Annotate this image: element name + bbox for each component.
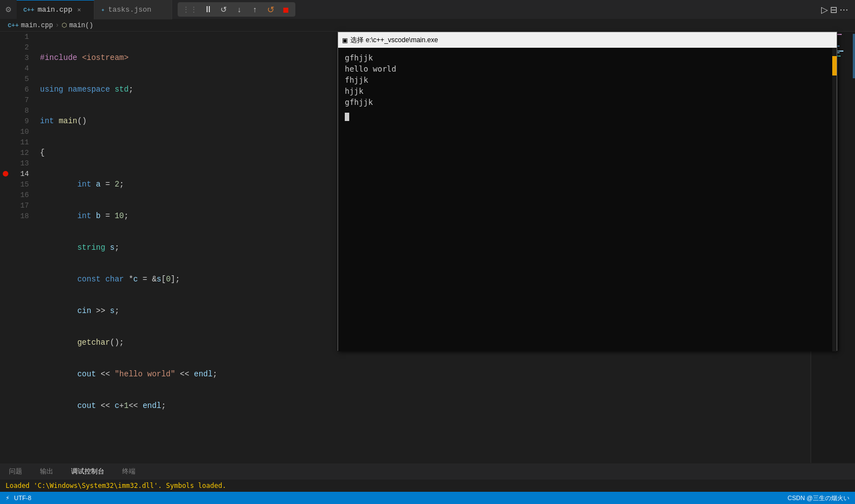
debug-stepinto-btn[interactable]: ↑ — [248, 2, 262, 17]
line-numbers: 1 2 3 4 5 6 7 8 9 10 11 12 13 14 15 16 1… — [11, 32, 33, 463]
debug-stepout-btn[interactable]: ↺ — [263, 2, 278, 17]
breadcrumb-file[interactable]: main.cpp — [21, 22, 53, 29]
debug-restart-btn[interactable]: ↺ — [217, 2, 231, 17]
breadcrumb-separator: › — [55, 22, 59, 29]
tab-output[interactable]: 输出 — [31, 463, 62, 480]
tab-tasks-json-label: tasks.json — [108, 6, 152, 14]
console-scrollbar[interactable] — [832, 48, 837, 351]
tab-close-main-cpp[interactable]: ✕ — [76, 6, 83, 14]
console-scrollbar-thumb[interactable] — [832, 56, 837, 75]
status-message-bar: Loaded 'C:\Windows\System32\imm32.dll'. … — [0, 480, 855, 492]
console-cursor-line — [345, 110, 830, 121]
debug-stop-btn[interactable]: ◼ — [279, 2, 293, 17]
console-window[interactable]: ▣ 选择 e:\c++_vscode\main.exe gfhjjk hello… — [338, 32, 837, 351]
tab-tasks-json[interactable]: ✦ tasks.json — [94, 0, 172, 19]
gutter — [0, 32, 11, 463]
split-editor-btn[interactable]: ⊟ — [830, 4, 837, 15]
status-message: Loaded 'C:\Windows\System32\imm32.dll'. … — [6, 482, 226, 490]
tab-problems[interactable]: 问题 — [0, 463, 31, 480]
status-encoding[interactable]: UTF-8 — [14, 495, 31, 501]
debug-drag-handle[interactable]: ⋮⋮ — [180, 5, 200, 14]
debug-pause-btn[interactable]: ⏸ — [201, 2, 215, 17]
json-icon: ✦ — [101, 6, 105, 13]
console-title: 选择 e:\c++_vscode\main.exe — [350, 36, 437, 45]
console-line-5: gfhjjk — [345, 97, 830, 108]
code-line-11: cout << "hello world" << endl; — [40, 369, 855, 380]
breadcrumb-symbol[interactable]: main() — [69, 22, 93, 29]
code-line-13 — [40, 432, 855, 443]
tab-main-cpp[interactable]: C++ main.cpp ✕ — [17, 0, 94, 19]
code-line-12: cout << c+1<< endl; — [40, 401, 855, 411]
more-options-btn[interactable]: ⋯ — [839, 4, 848, 15]
breadcrumb-cpp-icon: C++ — [8, 22, 19, 29]
status-bar: ⚡ UTF-8 CSDN @三生の烟火い — [0, 492, 855, 504]
breakpoint-line14[interactable] — [3, 171, 8, 177]
status-debug-icon: ⚡ — [6, 494, 9, 502]
status-right: CSDN @三生の烟火い — [788, 494, 849, 502]
run-button[interactable]: ▷ — [821, 4, 828, 15]
breadcrumb-symbol-icon: ⬡ — [62, 22, 67, 29]
breadcrumb: C++ main.cpp › ⬡ main() — [0, 19, 855, 32]
console-line-1: gfhjjk — [345, 52, 830, 63]
debug-toolbar: ⋮⋮ ⏸ ↺ ↓ ↑ ↺ ◼ — [178, 2, 295, 17]
cpp-icon: C++ — [23, 7, 34, 13]
console-line-2: hello world — [345, 63, 830, 74]
debug-stepover-btn[interactable]: ↓ — [232, 2, 247, 17]
console-titlebar: ▣ 选择 e:\c++_vscode\main.exe — [338, 32, 837, 48]
console-body: gfhjjk hello world fhjjk hjjk gfhjjk — [338, 48, 837, 351]
tab-terminal[interactable]: 终端 — [113, 463, 144, 480]
panel-tabs: 问题 输出 调试控制台 终端 — [0, 463, 855, 480]
tab-debug-console[interactable]: 调试控制台 — [62, 463, 113, 480]
activity-icon: ⚙ — [0, 0, 17, 19]
console-line-4: hjjk — [345, 85, 830, 97]
tab-main-cpp-label: main.cpp — [38, 6, 72, 14]
console-window-icon: ▣ — [343, 36, 347, 45]
console-line-3: fhjjk — [345, 74, 830, 85]
